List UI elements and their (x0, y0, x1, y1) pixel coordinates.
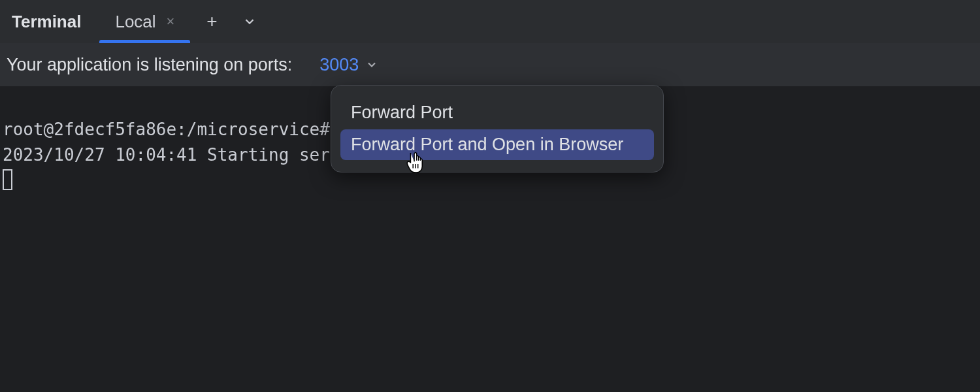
port-dropdown[interactable]: 3003 (319, 55, 378, 75)
terminal-line: 2023/10/27 10:04:41 Starting ser (3, 145, 330, 165)
menu-item-forward-port[interactable]: Forward Port (340, 97, 654, 128)
tab-options-button[interactable] (240, 12, 259, 31)
chevron-down-icon (242, 14, 257, 29)
tab-label: Local (115, 12, 155, 32)
port-number: 3003 (319, 55, 359, 75)
port-context-menu: Forward Port Forward Port and Open in Br… (331, 85, 664, 172)
new-tab-button[interactable]: + (202, 12, 221, 31)
terminal-cursor (3, 169, 12, 190)
terminal-tabbar: Terminal Local × + (0, 0, 980, 43)
tab-local[interactable]: Local × (115, 0, 174, 43)
status-text: Your application is listening on ports: (7, 55, 292, 75)
close-icon[interactable]: × (167, 14, 175, 29)
panel-title: Terminal (12, 12, 81, 32)
menu-item-forward-port-open-browser[interactable]: Forward Port and Open in Browser (340, 129, 654, 160)
chevron-down-icon (365, 58, 378, 71)
terminal-line: root@2fdecf5fa86e:/microservice# (3, 120, 330, 139)
plus-icon: + (206, 12, 217, 31)
port-statusbar: Your application is listening on ports: … (0, 43, 980, 86)
